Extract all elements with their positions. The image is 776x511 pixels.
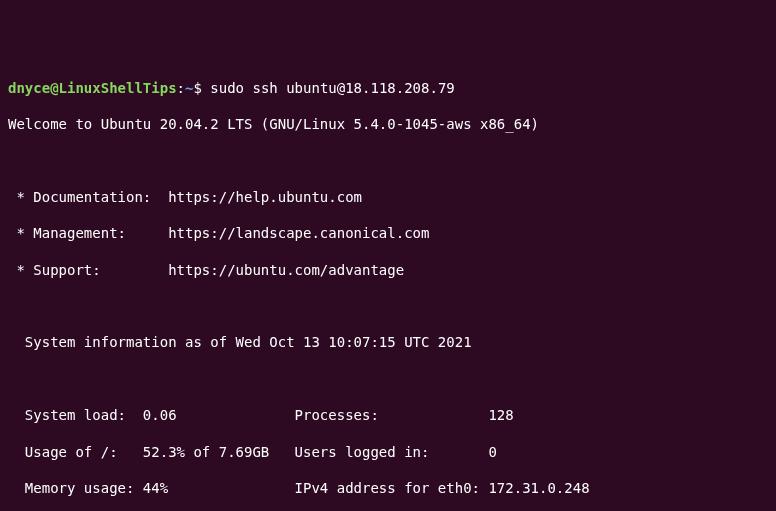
mgmt-line: * Management: https://landscape.canonica… — [8, 224, 768, 242]
mgmt-url: https://landscape.canonical.com — [168, 225, 429, 241]
sysinfo-line-2: Usage of /: 52.3% of 7.69GB Users logged… — [8, 443, 768, 461]
doc-url: https://help.ubuntu.com — [168, 189, 362, 205]
support-line: * Support: https://ubuntu.com/advantage — [8, 261, 768, 279]
welcome-line: Welcome to Ubuntu 20.04.2 LTS (GNU/Linux… — [8, 115, 768, 133]
support-label: * Support: — [8, 262, 168, 278]
doc-line: * Documentation: https://help.ubuntu.com — [8, 188, 768, 206]
prompt-dollar: $ — [193, 80, 210, 96]
sysinfo-line-1: System load: 0.06 Processes: 128 — [8, 406, 768, 424]
sysinfo-line-3: Memory usage: 44% IPv4 address for eth0:… — [8, 479, 768, 497]
mgmt-label: * Management: — [8, 225, 168, 241]
support-url: https://ubuntu.com/advantage — [168, 262, 404, 278]
doc-label: * Documentation: — [8, 189, 168, 205]
command-text: sudo ssh ubuntu@18.118.208.79 — [210, 80, 454, 96]
prompt-user-host: dnyce@LinuxShellTips — [8, 80, 177, 96]
prompt-colon: : — [177, 80, 185, 96]
sysinfo-header: System information as of Wed Oct 13 10:0… — [8, 333, 768, 351]
blank-line — [8, 297, 768, 315]
blank-line — [8, 152, 768, 170]
prompt-line-1[interactable]: dnyce@LinuxShellTips:~$ sudo ssh ubuntu@… — [8, 79, 768, 97]
blank-line — [8, 370, 768, 388]
